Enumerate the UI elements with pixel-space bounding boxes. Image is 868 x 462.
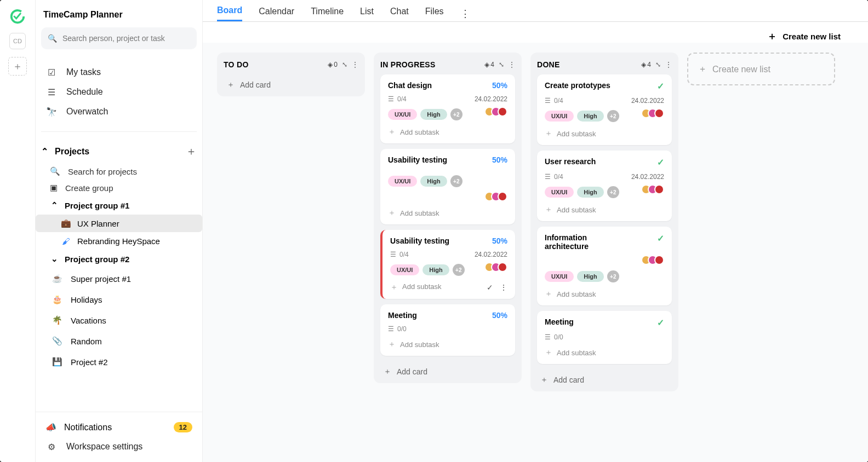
briefcase-icon: 💼 bbox=[61, 218, 71, 228]
tag-high: High bbox=[577, 111, 603, 122]
chevron-down-icon: ⌄ bbox=[51, 254, 58, 264]
add-subtask-button[interactable]: ＋Add subtask bbox=[388, 339, 507, 349]
card[interactable]: User research✓ ☰ 0/424.02.2022 UX/UIHigh… bbox=[537, 151, 672, 221]
more-tabs-icon[interactable]: ⋮ bbox=[460, 8, 470, 20]
collapse-icon[interactable]: ⤡ bbox=[499, 61, 504, 68]
tab-chat[interactable]: Chat bbox=[390, 7, 409, 21]
card[interactable]: Chat design50% ☰ 0/424.02.2022 UX/UIHigh… bbox=[380, 74, 515, 143]
tab-files[interactable]: Files bbox=[425, 7, 444, 21]
save-icon: 💾 bbox=[51, 356, 63, 368]
user-avatar[interactable]: CD bbox=[9, 33, 26, 49]
search-placeholder: Search person, project or task bbox=[62, 34, 165, 43]
logo-icon bbox=[7, 5, 28, 27]
tag-high: High bbox=[420, 109, 447, 120]
search-for-projects[interactable]: 🔍Search for projects bbox=[36, 163, 202, 180]
add-subtask-button[interactable]: ＋Add subtask bbox=[545, 289, 664, 299]
column-menu-icon[interactable]: ⋮ bbox=[509, 61, 515, 68]
tag-uxui: UX/UI bbox=[388, 176, 417, 187]
card[interactable]: Meeting50% ☰ 0/0 ＋Add subtask bbox=[380, 304, 515, 356]
card[interactable]: Usability testing50% UX/UIHigh+2 ＋Add su… bbox=[380, 149, 515, 224]
column-menu-icon[interactable]: ⋮ bbox=[665, 61, 672, 68]
gear-icon: ⚙ bbox=[44, 441, 59, 452]
tasks-icon: ☑ bbox=[44, 67, 59, 78]
create-group[interactable]: ▣Create group bbox=[36, 180, 202, 196]
clip-icon: 📎 bbox=[51, 335, 63, 347]
nav-my-tasks[interactable]: ☑My tasks bbox=[39, 62, 199, 82]
add-subtask-button[interactable]: ＋Add subtask bbox=[545, 348, 664, 357]
tag-more: +2 bbox=[453, 264, 465, 276]
tag-high: High bbox=[422, 264, 449, 275]
add-card-button[interactable]: ＋Add card bbox=[224, 74, 358, 91]
subtask-count: ☰ 0/4 bbox=[545, 173, 563, 181]
card[interactable]: Information architecture✓ UX/UIHigh+2 ＋A… bbox=[537, 227, 672, 305]
plus-icon: ＋ bbox=[698, 63, 707, 75]
tag-more: +2 bbox=[450, 175, 462, 187]
card[interactable]: Meeting✓ ☰ 0/0 ＋Add subtask bbox=[537, 311, 672, 364]
add-project-button[interactable]: ＋ bbox=[186, 144, 197, 159]
column-todo: TO DO ◈0 ⤡ ⋮ ＋Add card bbox=[217, 53, 365, 96]
workspace-settings[interactable]: ⚙Workspace settings bbox=[39, 437, 199, 457]
card-selected[interactable]: Usability testing50% ☰ 0/424.02.2022 UX/… bbox=[380, 230, 515, 299]
plus-icon: ＋ bbox=[227, 80, 235, 90]
card-date: 24.02.2022 bbox=[475, 95, 507, 103]
nav-schedule[interactable]: ☰Schedule bbox=[39, 82, 199, 102]
view-tabs: Board Calendar Timeline List Chat Files … bbox=[203, 0, 868, 22]
nav-overwatch[interactable]: 🔭Overwatch bbox=[39, 102, 199, 122]
collapse-icon[interactable]: ⤡ bbox=[342, 61, 347, 68]
check-icon[interactable]: ✓ bbox=[487, 283, 493, 292]
plus-icon: ＋ bbox=[545, 348, 552, 357]
plus-icon: ＋ bbox=[384, 367, 391, 377]
tag-uxui: UX/UI bbox=[545, 271, 574, 282]
project-group-2[interactable]: ⌄Project group #2 bbox=[36, 250, 202, 268]
add-card-button[interactable]: ＋Add card bbox=[380, 361, 515, 378]
tab-calendar[interactable]: Calendar bbox=[259, 7, 294, 21]
project-holidays[interactable]: 🎂Holidays bbox=[36, 289, 202, 310]
tab-board[interactable]: Board bbox=[217, 5, 242, 21]
column-count: ◈4 bbox=[641, 61, 651, 68]
palm-icon: 🌴 bbox=[51, 314, 63, 326]
column-done: DONE ◈4 ⤡ ⋮ Create prototypes✓ ☰ 0/424.0… bbox=[530, 53, 678, 391]
add-subtask-button[interactable]: ＋Add subtask ✓⋮ bbox=[390, 282, 507, 292]
search-input[interactable]: 🔍 Search person, project or task bbox=[41, 27, 197, 49]
add-subtask-button[interactable]: ＋Add subtask bbox=[388, 208, 507, 218]
assignees bbox=[641, 108, 664, 118]
add-workspace-button[interactable]: ＋ bbox=[8, 57, 27, 76]
plus-icon: ＋ bbox=[390, 282, 398, 292]
tag-uxui: UX/UI bbox=[390, 264, 419, 275]
subtask-count: ☰ 0/0 bbox=[388, 325, 407, 333]
subtask-count: ☰ 0/4 bbox=[545, 97, 563, 105]
plus-icon: ＋ bbox=[388, 208, 396, 218]
collapse-icon[interactable]: ⤡ bbox=[655, 61, 661, 68]
add-subtask-button[interactable]: ＋Add subtask bbox=[545, 205, 664, 215]
column-menu-icon[interactable]: ⋮ bbox=[352, 61, 358, 68]
project-ux-planner[interactable]: 💼UX Planner bbox=[36, 215, 202, 232]
add-subtask-button[interactable]: ＋Add subtask bbox=[545, 129, 664, 138]
card-menu-icon[interactable]: ⋮ bbox=[500, 283, 507, 292]
add-card-button[interactable]: ＋Add card bbox=[537, 369, 672, 386]
tab-list[interactable]: List bbox=[360, 7, 374, 21]
project-random[interactable]: 📎Random bbox=[36, 331, 202, 351]
done-check-icon: ✓ bbox=[657, 157, 664, 168]
assignees bbox=[641, 184, 664, 194]
main-area: Board Calendar Timeline List Chat Files … bbox=[203, 0, 868, 462]
assignees bbox=[484, 107, 507, 117]
add-subtask-button[interactable]: ＋Add subtask bbox=[388, 127, 507, 137]
project-vacations[interactable]: 🌴Vacations bbox=[36, 310, 202, 331]
overwatch-icon: 🔭 bbox=[44, 106, 59, 117]
plus-icon: ＋ bbox=[540, 375, 548, 385]
assignees bbox=[484, 262, 507, 272]
create-new-list-column[interactable]: ＋Create new list bbox=[687, 53, 835, 85]
create-new-list-top-button[interactable]: ＋ Create new list bbox=[767, 30, 841, 43]
project-2[interactable]: 💾Project #2 bbox=[36, 351, 202, 372]
tab-timeline[interactable]: Timeline bbox=[311, 7, 344, 21]
subtask-count: ☰ 0/4 bbox=[388, 95, 407, 103]
project-super[interactable]: ☕Super project #1 bbox=[36, 268, 202, 289]
projects-section-header[interactable]: ⌃Projects ＋ bbox=[36, 140, 202, 163]
tag-high: High bbox=[420, 176, 447, 187]
card[interactable]: Create prototypes✓ ☰ 0/424.02.2022 UX/UI… bbox=[537, 74, 672, 145]
project-rebranding[interactable]: 🖌Rebranding HeySpace bbox=[36, 232, 202, 250]
project-group-1[interactable]: ⌃Project group #1 bbox=[36, 196, 202, 215]
notifications[interactable]: 📣Notifications 12 bbox=[39, 418, 199, 437]
column-title: TO DO bbox=[224, 60, 249, 69]
column-in-progress: IN PROGRESS ◈4 ⤡ ⋮ Chat design50% ☰ 0/42… bbox=[374, 53, 522, 383]
